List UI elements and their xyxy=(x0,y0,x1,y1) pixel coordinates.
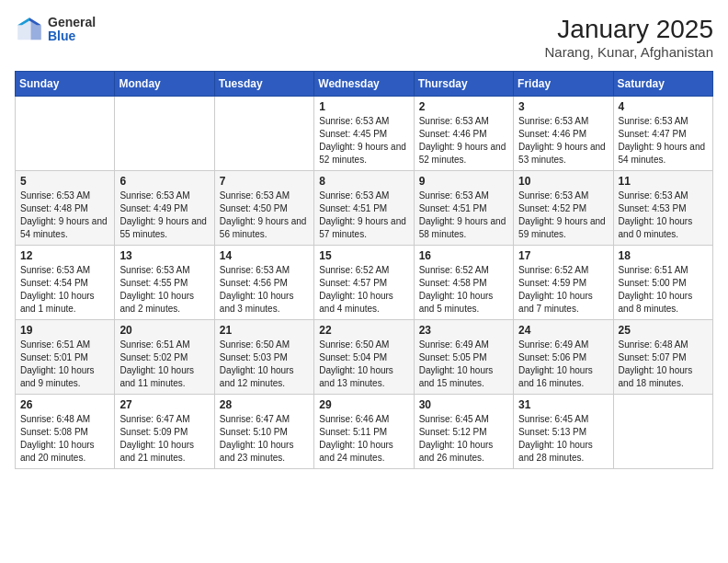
logo-blue-text: Blue xyxy=(48,29,96,43)
calendar-cell: 9Sunrise: 6:53 AM Sunset: 4:51 PM Daylig… xyxy=(414,171,513,246)
day-number: 2 xyxy=(419,100,508,113)
day-info: Sunrise: 6:53 AM Sunset: 4:51 PM Dayligh… xyxy=(319,190,408,241)
day-info: Sunrise: 6:53 AM Sunset: 4:46 PM Dayligh… xyxy=(419,115,508,167)
day-info: Sunrise: 6:53 AM Sunset: 4:45 PM Dayligh… xyxy=(319,115,408,167)
day-info: Sunrise: 6:48 AM Sunset: 5:08 PM Dayligh… xyxy=(20,413,109,465)
calendar-cell: 29Sunrise: 6:46 AM Sunset: 5:11 PM Dayli… xyxy=(314,395,414,469)
calendar-cell xyxy=(214,97,313,171)
calendar-cell: 27Sunrise: 6:47 AM Sunset: 5:09 PM Dayli… xyxy=(115,395,214,469)
calendar-cell: 10Sunrise: 6:53 AM Sunset: 4:52 PM Dayli… xyxy=(514,171,613,246)
day-number: 15 xyxy=(319,249,408,262)
day-number: 19 xyxy=(20,324,109,337)
day-number: 18 xyxy=(619,249,708,262)
day-number: 27 xyxy=(119,398,209,411)
day-number: 17 xyxy=(518,249,608,262)
title-block: January 2025 Narang, Kunar, Afghanistan xyxy=(545,15,713,60)
day-info: Sunrise: 6:53 AM Sunset: 4:56 PM Dayligh… xyxy=(220,264,309,316)
day-info: Sunrise: 6:53 AM Sunset: 4:52 PM Dayligh… xyxy=(518,190,608,241)
day-number: 28 xyxy=(220,398,309,411)
calendar-header-row: SundayMondayTuesdayWednesdayThursdayFrid… xyxy=(16,72,713,97)
day-number: 10 xyxy=(518,175,608,188)
day-number: 5 xyxy=(20,175,109,188)
calendar-cell: 26Sunrise: 6:48 AM Sunset: 5:08 PM Dayli… xyxy=(16,395,115,469)
day-number: 8 xyxy=(319,175,408,188)
calendar-cell: 21Sunrise: 6:50 AM Sunset: 5:03 PM Dayli… xyxy=(214,320,313,395)
day-number: 7 xyxy=(220,175,309,188)
day-number: 16 xyxy=(419,249,508,262)
day-header-saturday: Saturday xyxy=(613,72,712,97)
day-number: 25 xyxy=(619,324,708,337)
calendar-cell: 13Sunrise: 6:53 AM Sunset: 4:55 PM Dayli… xyxy=(115,246,214,320)
calendar-cell: 12Sunrise: 6:53 AM Sunset: 4:54 PM Dayli… xyxy=(16,246,115,320)
day-number: 12 xyxy=(20,249,109,262)
day-info: Sunrise: 6:52 AM Sunset: 4:57 PM Dayligh… xyxy=(319,264,408,316)
day-number: 1 xyxy=(319,100,408,113)
day-header-tuesday: Tuesday xyxy=(214,72,313,97)
day-number: 4 xyxy=(619,100,708,113)
calendar-cell: 6Sunrise: 6:53 AM Sunset: 4:49 PM Daylig… xyxy=(115,171,214,246)
day-info: Sunrise: 6:45 AM Sunset: 5:12 PM Dayligh… xyxy=(419,413,508,465)
logo: General Blue xyxy=(15,15,96,44)
day-number: 23 xyxy=(419,324,508,337)
calendar-cell: 28Sunrise: 6:47 AM Sunset: 5:10 PM Dayli… xyxy=(214,395,313,469)
day-header-wednesday: Wednesday xyxy=(314,72,414,97)
day-info: Sunrise: 6:47 AM Sunset: 5:09 PM Dayligh… xyxy=(119,413,209,465)
calendar-week-5: 26Sunrise: 6:48 AM Sunset: 5:08 PM Dayli… xyxy=(16,395,713,469)
day-info: Sunrise: 6:53 AM Sunset: 4:47 PM Dayligh… xyxy=(619,115,708,167)
calendar-cell: 14Sunrise: 6:53 AM Sunset: 4:56 PM Dayli… xyxy=(214,246,313,320)
calendar-cell: 31Sunrise: 6:45 AM Sunset: 5:13 PM Dayli… xyxy=(514,395,613,469)
calendar-cell: 16Sunrise: 6:52 AM Sunset: 4:58 PM Dayli… xyxy=(414,246,513,320)
day-info: Sunrise: 6:53 AM Sunset: 4:50 PM Dayligh… xyxy=(220,190,309,241)
calendar-subtitle: Narang, Kunar, Afghanistan xyxy=(545,44,713,60)
calendar-cell: 19Sunrise: 6:51 AM Sunset: 5:01 PM Dayli… xyxy=(16,320,115,395)
calendar-week-2: 5Sunrise: 6:53 AM Sunset: 4:48 PM Daylig… xyxy=(16,171,713,246)
calendar-cell: 15Sunrise: 6:52 AM Sunset: 4:57 PM Dayli… xyxy=(314,246,414,320)
logo-icon xyxy=(15,15,44,44)
day-info: Sunrise: 6:53 AM Sunset: 4:49 PM Dayligh… xyxy=(119,190,209,241)
calendar-cell: 8Sunrise: 6:53 AM Sunset: 4:51 PM Daylig… xyxy=(314,171,414,246)
calendar-cell: 25Sunrise: 6:48 AM Sunset: 5:07 PM Dayli… xyxy=(613,320,712,395)
day-info: Sunrise: 6:50 AM Sunset: 5:03 PM Dayligh… xyxy=(220,339,309,390)
day-number: 11 xyxy=(619,175,708,188)
calendar-cell: 5Sunrise: 6:53 AM Sunset: 4:48 PM Daylig… xyxy=(16,171,115,246)
day-number: 31 xyxy=(518,398,608,411)
calendar-week-4: 19Sunrise: 6:51 AM Sunset: 5:01 PM Dayli… xyxy=(16,320,713,395)
calendar-title: January 2025 xyxy=(545,15,713,44)
day-info: Sunrise: 6:53 AM Sunset: 4:54 PM Dayligh… xyxy=(20,264,109,316)
day-number: 13 xyxy=(119,249,209,262)
calendar-cell: 7Sunrise: 6:53 AM Sunset: 4:50 PM Daylig… xyxy=(214,171,313,246)
day-info: Sunrise: 6:51 AM Sunset: 5:02 PM Dayligh… xyxy=(119,339,209,390)
day-number: 26 xyxy=(20,398,109,411)
day-info: Sunrise: 6:49 AM Sunset: 5:05 PM Dayligh… xyxy=(419,339,508,390)
calendar-cell: 1Sunrise: 6:53 AM Sunset: 4:45 PM Daylig… xyxy=(314,97,414,171)
calendar-week-3: 12Sunrise: 6:53 AM Sunset: 4:54 PM Dayli… xyxy=(16,246,713,320)
calendar-cell xyxy=(115,97,214,171)
day-header-friday: Friday xyxy=(514,72,613,97)
day-number: 6 xyxy=(119,175,209,188)
day-info: Sunrise: 6:51 AM Sunset: 5:01 PM Dayligh… xyxy=(20,339,109,390)
day-info: Sunrise: 6:47 AM Sunset: 5:10 PM Dayligh… xyxy=(220,413,309,465)
day-info: Sunrise: 6:52 AM Sunset: 4:58 PM Dayligh… xyxy=(419,264,508,316)
logo-text: General Blue xyxy=(48,16,96,44)
day-info: Sunrise: 6:50 AM Sunset: 5:04 PM Dayligh… xyxy=(319,339,408,390)
calendar-cell: 4Sunrise: 6:53 AM Sunset: 4:47 PM Daylig… xyxy=(613,97,712,171)
day-number: 29 xyxy=(319,398,408,411)
day-info: Sunrise: 6:53 AM Sunset: 4:48 PM Dayligh… xyxy=(20,190,109,241)
calendar-cell: 24Sunrise: 6:49 AM Sunset: 5:06 PM Dayli… xyxy=(514,320,613,395)
day-number: 21 xyxy=(220,324,309,337)
calendar-cell: 22Sunrise: 6:50 AM Sunset: 5:04 PM Dayli… xyxy=(314,320,414,395)
day-info: Sunrise: 6:53 AM Sunset: 4:51 PM Dayligh… xyxy=(419,190,508,241)
page-header: General Blue January 2025 Narang, Kunar,… xyxy=(15,15,713,60)
logo-general-text: General xyxy=(48,16,96,29)
day-info: Sunrise: 6:46 AM Sunset: 5:11 PM Dayligh… xyxy=(319,413,408,465)
day-header-monday: Monday xyxy=(115,72,214,97)
calendar-cell: 20Sunrise: 6:51 AM Sunset: 5:02 PM Dayli… xyxy=(115,320,214,395)
day-info: Sunrise: 6:53 AM Sunset: 4:53 PM Dayligh… xyxy=(619,190,708,241)
day-info: Sunrise: 6:53 AM Sunset: 4:46 PM Dayligh… xyxy=(518,115,608,167)
day-number: 3 xyxy=(518,100,608,113)
calendar-table: SundayMondayTuesdayWednesdayThursdayFrid… xyxy=(15,71,713,469)
day-header-thursday: Thursday xyxy=(414,72,513,97)
day-info: Sunrise: 6:48 AM Sunset: 5:07 PM Dayligh… xyxy=(619,339,708,390)
calendar-cell: 3Sunrise: 6:53 AM Sunset: 4:46 PM Daylig… xyxy=(514,97,613,171)
day-number: 9 xyxy=(419,175,508,188)
